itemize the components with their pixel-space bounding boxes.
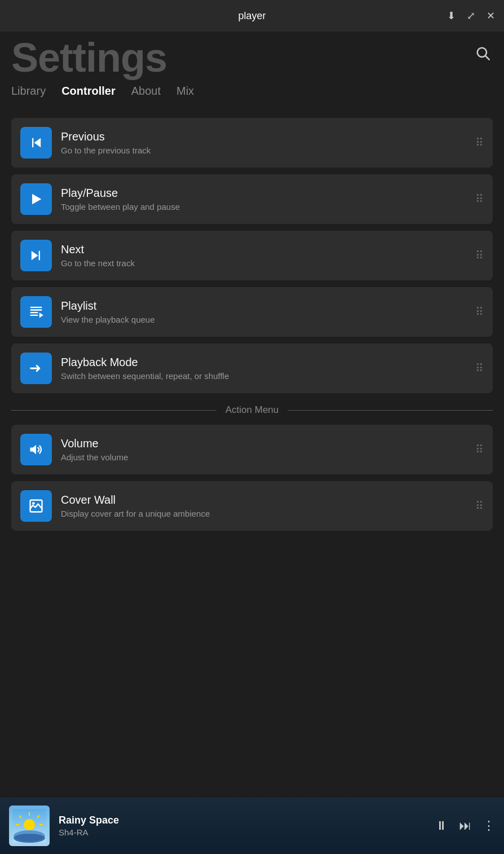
next-icon-box	[20, 240, 52, 271]
player-artist: Sh4-RA	[59, 827, 435, 837]
playlist-title: Playlist	[61, 300, 471, 312]
player-controls: ⏸ ⏭ ⋮	[435, 818, 495, 833]
playback-mode-text: Playback Mode Switch between sequential,…	[61, 356, 471, 381]
volume-desc: Adjust the volume	[61, 452, 471, 462]
download-icon[interactable]: ⬇	[447, 10, 456, 22]
titlebar-actions: ⬇ ⤢ ✕	[447, 10, 495, 22]
close-icon[interactable]: ✕	[487, 10, 495, 22]
nav-tabs: Library Controller About Mix	[0, 78, 504, 109]
previous-drag-handle[interactable]: ⠿	[475, 136, 484, 149]
action-menu-divider: Action Menu	[11, 404, 493, 416]
cover-wall-text: Cover Wall Display cover art for a uniqu…	[61, 494, 471, 518]
volume-drag-handle[interactable]: ⠿	[475, 443, 484, 456]
play-pause-title: Play/Pause	[61, 187, 471, 200]
next-text: Next Go to the next track	[61, 243, 471, 268]
list-item[interactable]: Play/Pause Toggle between play and pause…	[11, 174, 493, 224]
content-area[interactable]: Previous Go to the previous track ⠿ Play…	[0, 109, 504, 785]
tab-mix[interactable]: Mix	[174, 82, 203, 100]
player-bar: Rainy Space Sh4-RA ⏸ ⏭ ⋮	[0, 798, 504, 854]
page-title: Settings	[11, 37, 493, 78]
play-pause-text: Play/Pause Toggle between play and pause	[61, 187, 471, 212]
cover-wall-drag-handle[interactable]: ⠿	[475, 499, 484, 513]
svg-rect-7	[30, 307, 42, 308]
divider-line-right	[288, 410, 493, 411]
playlist-desc: View the playback queue	[61, 315, 471, 324]
previous-title: Previous	[61, 130, 471, 143]
playback-mode-drag-handle[interactable]: ⠿	[475, 362, 484, 375]
titlebar-title: player	[238, 10, 266, 22]
svg-rect-9	[30, 312, 38, 313]
volume-icon-box	[20, 434, 52, 465]
svg-point-17	[14, 834, 45, 843]
svg-rect-10	[30, 315, 38, 316]
svg-marker-3	[34, 138, 41, 147]
list-item[interactable]: Next Go to the next track ⠿	[11, 231, 493, 280]
playlist-drag-handle[interactable]: ⠿	[475, 305, 484, 319]
list-item[interactable]: Volume Adjust the volume ⠿	[11, 425, 493, 474]
playlist-icon-box	[20, 296, 52, 328]
svg-marker-12	[30, 445, 37, 454]
svg-rect-8	[30, 309, 42, 310]
play-pause-drag-handle[interactable]: ⠿	[475, 192, 484, 206]
list-item[interactable]: Previous Go to the previous track ⠿	[11, 118, 493, 168]
action-menu-label: Action Menu	[226, 404, 279, 416]
previous-desc: Go to the previous track	[61, 146, 471, 155]
playback-mode-title: Playback Mode	[61, 356, 471, 369]
tab-library[interactable]: Library	[11, 82, 55, 100]
svg-point-14	[32, 502, 35, 505]
svg-line-1	[485, 56, 489, 59]
divider-line-left	[11, 410, 216, 411]
next-title: Next	[61, 243, 471, 256]
playlist-text: Playlist View the playback queue	[61, 300, 471, 324]
cover-wall-icon-box	[20, 490, 52, 522]
play-pause-icon-box	[20, 183, 52, 215]
player-more-button[interactable]: ⋮	[483, 818, 495, 833]
svg-marker-11	[39, 312, 43, 318]
fullscreen-icon[interactable]: ⤢	[467, 10, 475, 22]
page-heading-container: Settings	[0, 32, 504, 78]
list-item[interactable]: Playback Mode Switch between sequential,…	[11, 344, 493, 393]
tab-controller[interactable]: Controller	[59, 82, 125, 100]
cover-wall-desc: Display cover art for a unique ambience	[61, 509, 471, 518]
titlebar: player ⬇ ⤢ ✕	[0, 0, 504, 32]
svg-point-18	[24, 819, 35, 830]
volume-text: Volume Adjust the volume	[61, 437, 471, 462]
tab-about[interactable]: About	[129, 82, 170, 100]
svg-marker-2	[32, 138, 33, 147]
play-pause-desc: Toggle between play and pause	[61, 202, 471, 212]
search-icon[interactable]	[475, 45, 490, 65]
playback-mode-desc: Switch between sequential, repeat, or sh…	[61, 371, 471, 381]
list-item[interactable]: Playlist View the playback queue ⠿	[11, 287, 493, 337]
list-item[interactable]: Cover Wall Display cover art for a uniqu…	[11, 481, 493, 531]
playback-mode-icon-box	[20, 353, 52, 384]
cover-wall-title: Cover Wall	[61, 494, 471, 507]
previous-icon-box	[20, 127, 52, 159]
player-track-title: Rainy Space	[59, 815, 435, 826]
next-desc: Go to the next track	[61, 258, 471, 268]
player-artwork[interactable]	[9, 805, 50, 846]
volume-title: Volume	[61, 437, 471, 450]
next-drag-handle[interactable]: ⠿	[475, 249, 484, 262]
svg-marker-4	[32, 194, 41, 205]
svg-marker-5	[32, 251, 38, 260]
player-info: Rainy Space Sh4-RA	[59, 815, 435, 837]
player-pause-button[interactable]: ⏸	[435, 818, 448, 833]
svg-marker-6	[39, 251, 40, 260]
previous-text: Previous Go to the previous track	[61, 130, 471, 155]
player-next-button[interactable]: ⏭	[459, 818, 471, 833]
